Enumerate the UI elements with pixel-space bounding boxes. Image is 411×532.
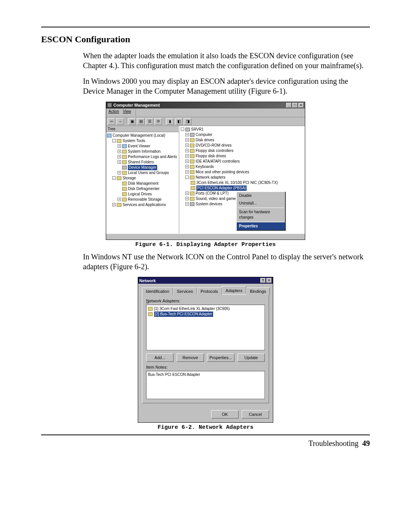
forward-button[interactable]: → [116,118,124,125]
expand-icon[interactable]: + [185,154,189,158]
tree-shared-folders[interactable]: +Shared Folders [107,160,178,165]
ok-button[interactable]: OK [211,410,239,419]
tab-adapters[interactable]: Adapters [222,286,246,294]
expand-icon[interactable]: + [185,144,189,147]
removable-icon [122,198,127,201]
collapse-icon[interactable]: - [112,176,116,180]
figure-6-1-caption: Figure 6-1. Displaying Adapter Propertie… [135,241,276,248]
dialog-titlebar: Network ? × [138,277,273,284]
expand-icon[interactable]: + [185,160,189,163]
show-hide-tree-button[interactable]: ▤ [137,118,145,125]
tree-removable-storage[interactable]: +Removable Storage [107,197,178,202]
expand-icon[interactable]: + [118,198,121,201]
tab-services[interactable]: Services [173,288,197,295]
tree-tab[interactable]: Tree [106,126,179,132]
device-floppy-controllers[interactable]: +Floppy disk controllers [181,148,303,153]
tree-services-applications[interactable]: +Services and Applications [107,202,178,208]
collapse-icon[interactable]: - [185,176,189,179]
adapters-listbox[interactable]: [1] 3Com Fast EtherLink XL Adapter (3C90… [146,305,265,350]
tree-device-manager[interactable]: Device Manager [107,165,178,170]
help-button[interactable]: ? [260,278,266,283]
menu-view[interactable]: View [123,109,131,116]
tree-disk-management[interactable]: Disk Management [107,181,178,186]
expand-icon[interactable]: + [118,150,121,153]
tree-storage[interactable]: -Storage [107,176,178,181]
expand-icon[interactable]: + [185,138,189,142]
tree-event-viewer[interactable]: +Event Viewer [107,144,178,149]
tab-protocols[interactable]: Protocols [197,288,222,295]
expand-icon[interactable]: + [185,197,189,200]
cancel-button[interactable]: Cancel [242,410,269,419]
expand-icon[interactable]: + [118,144,121,148]
tree-system-tools[interactable]: -System Tools [107,138,178,144]
device-3com-nic[interactable]: 3Com EtherLink XL 10/100 PCI NIC (3C905-… [181,180,303,185]
tree-system-information[interactable]: +System Information [107,149,178,154]
tree-performance-logs[interactable]: +Performance Logs and Alerts [107,154,178,160]
bottom-rule [41,435,370,435]
cdrom-icon [190,144,194,147]
back-button[interactable]: ⇦ [108,118,115,125]
tree-logical-drives[interactable]: Logical Drives [107,192,178,197]
adapter-icon [191,186,195,190]
close-button[interactable]: × [298,103,304,108]
tool-icon-c[interactable]: ◨ [184,118,191,125]
device-network-adapters[interactable]: -Network adapters [181,175,303,180]
expand-icon[interactable]: + [185,202,189,206]
expand-icon[interactable]: + [118,160,121,164]
tool-icon-b[interactable]: ◧ [175,118,183,125]
update-button[interactable]: Update [237,353,265,362]
adapter-item-2[interactable]: [2] Bus-Tech PCI ESCON Adapter [148,312,263,317]
network-dialog: Network ? × Identification Services Prot… [138,277,273,423]
expand-icon[interactable]: + [185,165,189,168]
device-mice[interactable]: +Mice and other pointing devices [181,169,303,175]
context-properties[interactable]: Properties [237,222,285,230]
device-dvd[interactable]: +DVD/CD-ROM drives [181,143,303,148]
properties-button[interactable]: Properties... [207,353,234,362]
tree-disk-defragmenter[interactable]: Disk Defragmenter [107,186,178,192]
up-button[interactable]: ▣ [128,118,136,125]
adapter-item-1[interactable]: [1] 3Com Fast EtherLink XL Adapter (3C90… [148,306,263,312]
tool-icon-a[interactable]: ▮ [166,118,174,125]
tab-bindings[interactable]: Bindings [246,288,270,295]
tree-local-users[interactable]: +Local Users and Groups [107,170,178,176]
properties-button[interactable]: ☰ [146,118,153,125]
refresh-button[interactable]: ⟳ [155,118,162,125]
paragraph-1: When the adapter loads the emulation it … [83,51,370,71]
figure-6-2-caption: Figure 6-2. Network Adapters [158,424,253,431]
context-sep [237,208,284,208]
context-disable[interactable]: Disable [237,192,285,200]
expand-icon[interactable]: + [112,203,116,206]
device-floppy-drives[interactable]: +Floppy disk drives [181,153,303,159]
maximize-button[interactable]: □ [292,103,298,108]
add-button[interactable]: Add... [146,353,174,362]
context-scan-hardware[interactable]: Scan for hardware changes [237,208,285,221]
expand-icon[interactable]: + [185,149,189,152]
expand-icon[interactable]: + [118,171,121,174]
expand-icon[interactable]: + [185,170,189,174]
device-pci-escon-adapter[interactable]: PCI ESCON Adapter (PBSA) [181,185,303,191]
tree-root[interactable]: Computer Management (Local) [107,133,178,138]
adapter-icon [191,181,195,185]
device-disk-drives[interactable]: +Disk drives [181,137,303,143]
remove-button[interactable]: Remove [177,353,204,362]
context-uninstall[interactable]: Uninstall... [237,200,285,207]
device-ide[interactable]: +IDE ATA/ATAPI controllers [181,159,303,164]
expand-icon[interactable]: + [185,133,189,136]
close-button[interactable]: × [266,278,272,283]
info-icon [122,150,127,153]
minimize-button[interactable]: _ [286,103,292,108]
device-root[interactable]: -SRVR1 [181,127,303,132]
expand-icon[interactable]: + [185,192,189,195]
sysdev-icon [190,202,194,206]
port-icon [190,192,194,195]
menu-action[interactable]: Action [108,109,119,116]
device-computer[interactable]: +Computer [181,132,303,137]
footer-page-number: 49 [362,439,370,447]
expand-icon[interactable]: + [118,155,121,158]
collapse-icon[interactable]: - [112,139,116,142]
collapse-icon[interactable]: - [181,128,184,131]
toolbar: ⇦ → ▣ ▤ ☰ ⟳ ▮ ◧ ◨ [106,117,305,126]
toolbar-sep [126,118,126,125]
device-keyboards[interactable]: +Keyboards [181,164,303,169]
tab-identification[interactable]: Identification [142,288,173,295]
